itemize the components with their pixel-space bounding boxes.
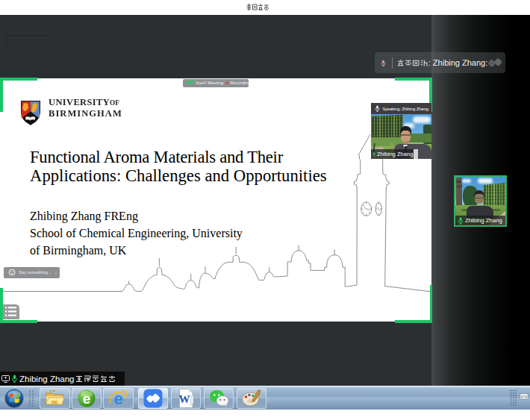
svg-text:e: e — [82, 390, 90, 406]
svg-text:W: W — [178, 393, 190, 405]
